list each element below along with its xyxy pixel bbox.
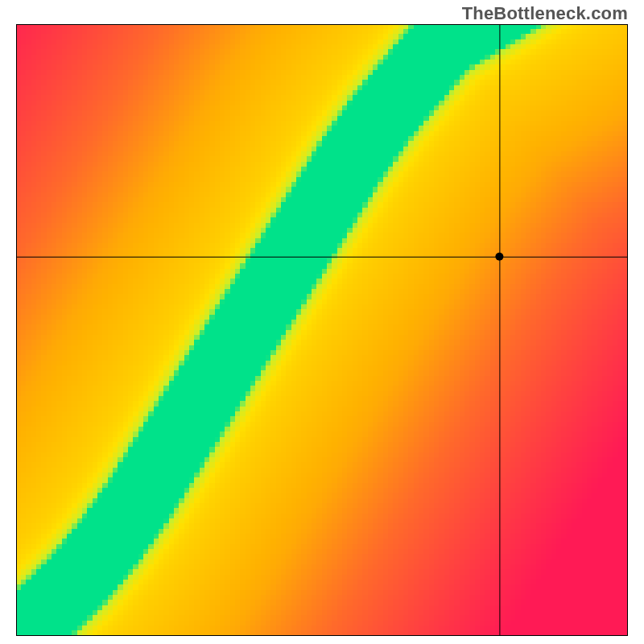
heatmap-canvas [16,24,628,636]
watermark-text: TheBottleneck.com [462,3,628,24]
